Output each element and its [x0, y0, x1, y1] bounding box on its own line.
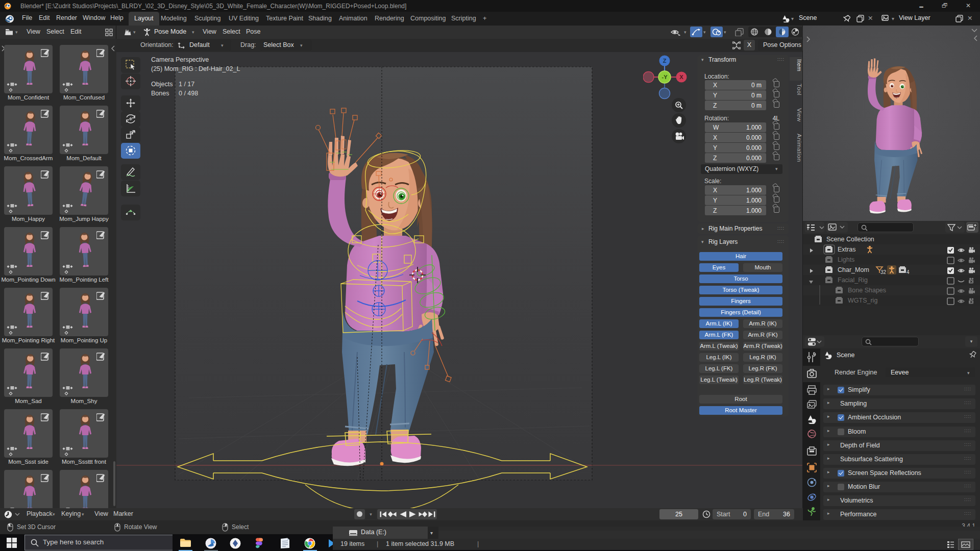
svg-text:4: 4: [906, 269, 910, 275]
svg-text:32: 32: [880, 269, 887, 275]
svg-text:Bone Shapes: Bone Shapes: [848, 287, 886, 294]
svg-text:Facial_Rig: Facial_Rig: [838, 277, 868, 284]
svg-text:Extras: Extras: [838, 246, 855, 253]
svg-text:X: X: [679, 74, 683, 80]
svg-text:WGTS_rig: WGTS_rig: [848, 297, 877, 304]
svg-text:-Y: -Y: [662, 74, 668, 80]
svg-text:Z: Z: [663, 58, 667, 64]
svg-text:Char_Mom: Char_Mom: [838, 266, 869, 273]
svg-text:Scene Collection: Scene Collection: [826, 236, 874, 243]
svg-text:Lights: Lights: [838, 256, 854, 263]
